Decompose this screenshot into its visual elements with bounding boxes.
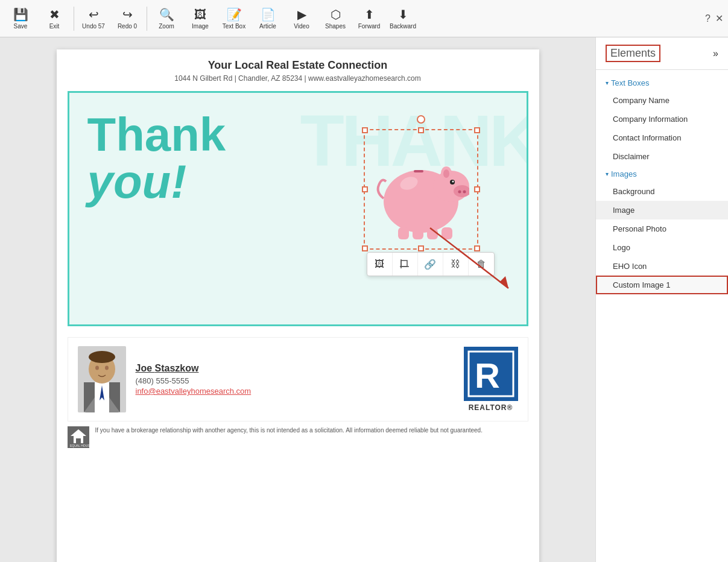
svg-point-1 [433,171,469,202]
realtor-logo: R REALTOR® [464,347,518,412]
zoom-button[interactable]: 🔍 Zoom [151,2,182,35]
rotate-handle[interactable] [417,115,425,124]
main-area: Your Local Real Estate Connection 1044 N… [0,37,728,562]
image-floating-toolbar: 🖼 🔗 ⛓ 🗑 [367,252,495,276]
toolbar: 💾 Save ✖ Exit ↩ Undo 57 ↪ Redo 0 🔍 Zoom … [0,0,728,37]
element-background[interactable]: Background [596,182,728,201]
svg-point-14 [398,174,419,192]
svg-point-5 [450,180,455,185]
exit-icon: ✖ [49,7,60,22]
canvas-wrapper: Your Local Real Estate Connection 1044 N… [57,49,539,562]
svg-point-0 [384,170,458,233]
card-title: Your Local Real Estate Connection [69,59,527,72]
eho-icon: EQUAL HOUSING [68,426,89,448]
handle-left-mid[interactable] [362,186,368,192]
main-image-container[interactable]: THANK Thank you! [68,91,528,326]
svg-text:EQUAL HOUSING: EQUAL HOUSING [70,444,89,447]
save-button[interactable]: 💾 Save [5,2,36,35]
realtor-label: REALTOR® [464,403,518,412]
agent-email: info@eastvalleyhomesearch.com [136,387,464,396]
redo-button[interactable]: ↪ Redo 0 [112,2,143,35]
shapes-button[interactable]: ⬡ Shapes [320,2,351,35]
piggy-bank-image [365,130,477,248]
element-company-information[interactable]: Company Information [596,110,728,128]
article-icon: 📄 [261,7,276,22]
section-header-images[interactable]: ▾ Images [596,166,728,182]
undo-icon: ↩ [89,7,99,22]
svg-point-27 [95,366,99,370]
piggy-bank-selection[interactable]: 🖼 🔗 ⛓ 🗑 [364,129,478,250]
element-logo[interactable]: Logo [596,238,728,257]
section-header-text-boxes[interactable]: ▾ Text Boxes [596,75,728,91]
agent-phone: (480) 555-5555 [136,376,464,385]
save-icon: 💾 [13,7,28,22]
textbox-button[interactable]: 📝 Text Box [218,2,250,35]
element-eho-icon[interactable]: EHO Icon [596,257,728,276]
backward-icon: ⬇ [398,7,408,22]
elements-list: ▾ Text Boxes Company Name Company Inform… [596,70,728,299]
element-disclaimer[interactable]: Disclaimer [596,147,728,166]
image-link-button[interactable]: 🔗 [418,253,443,276]
right-panel: Elements » ▾ Text Boxes Company Name Com… [595,37,728,562]
panel-expand-icon[interactable]: » [713,48,718,59]
svg-marker-19 [499,276,508,288]
disclaimer-text: If you have a brokerage relationship wit… [95,426,483,435]
backward-button[interactable]: ⬇ Backward [387,2,419,35]
element-personal-photo[interactable]: Personal Photo [596,219,728,238]
element-company-name[interactable]: Company Name [596,91,728,110]
separator-2 [147,7,147,31]
image-crop-button[interactable] [393,253,418,276]
redo-icon: ↪ [122,7,133,22]
agent-section: Joe Staszkow (480) 555-5555 info@eastval… [68,337,528,422]
handle-right-mid[interactable] [474,186,480,192]
handle-top-left[interactable] [362,127,368,133]
thank-you-line2: you! [87,158,226,205]
video-button[interactable]: ▶ Video [286,2,317,35]
shapes-icon: ⬡ [331,7,341,22]
agent-name: Joe Staszkow [136,363,464,374]
forward-button[interactable]: ⬆ Forward [353,2,385,35]
svg-point-26 [89,351,115,363]
svg-rect-35 [76,438,81,443]
help-icon[interactable]: ? [705,13,711,24]
article-button[interactable]: 📄 Article [252,2,283,35]
text-boxes-arrow-icon: ▾ [606,80,609,86]
handle-top-mid[interactable] [418,127,424,133]
thank-you-line1: Thank [87,111,226,158]
handle-top-right[interactable] [474,127,480,133]
handle-bottom-right[interactable] [474,245,480,251]
card-header: Your Local Real Estate Connection 1044 N… [57,49,539,89]
undo-button[interactable]: ↩ Undo 57 [78,2,109,35]
svg-rect-15 [401,260,407,267]
video-icon: ▶ [297,7,306,22]
element-image[interactable]: Image [596,201,728,219]
svg-point-28 [105,366,109,370]
svg-rect-9 [414,170,423,172]
card-subtitle: 1044 N Gilbert Rd | Chandler, AZ 85234 |… [69,74,527,83]
images-label: Images [611,169,637,178]
image-button[interactable]: 🖼 Image [185,2,216,35]
svg-text:R: R [475,356,500,395]
element-contact-information[interactable]: Contact Information [596,128,728,147]
svg-point-7 [441,166,452,180]
image-delete-button[interactable]: 🗑 [469,253,494,276]
panel-header: Elements » [596,37,728,70]
element-custom-image-1[interactable]: Custom Image 1 [596,276,728,294]
image-unlink-button[interactable]: ⛓ [443,253,469,276]
top-right-icons: ? ✕ [705,13,723,24]
handle-bottom-mid[interactable] [418,245,424,251]
forward-icon: ⬆ [364,7,375,22]
textbox-icon: 📝 [227,7,242,22]
svg-point-8 [443,169,449,178]
exit-button[interactable]: ✖ Exit [39,2,70,35]
disclaimer-section: EQUAL HOUSING If you have a brokerage re… [68,426,528,454]
svg-rect-13 [442,227,452,239]
handle-bottom-left[interactable] [362,245,368,251]
window-close-icon[interactable]: ✕ [715,13,723,24]
agent-info: Joe Staszkow (480) 555-5555 info@eastval… [136,363,464,396]
images-arrow-icon: ▾ [606,171,609,177]
image-insert-button[interactable]: 🖼 [367,253,393,276]
canvas-area[interactable]: Your Local Real Estate Connection 1044 N… [0,37,595,562]
svg-rect-11 [413,229,423,239]
svg-point-6 [452,181,454,183]
